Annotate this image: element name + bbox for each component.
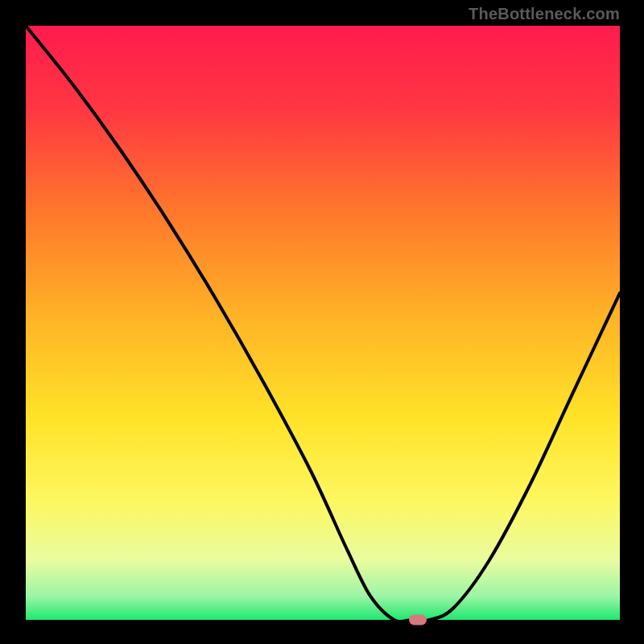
watermark-text: TheBottleneck.com bbox=[469, 5, 620, 23]
chart-frame: TheBottleneck.com bbox=[0, 0, 644, 644]
bottleneck-curve bbox=[26, 26, 620, 620]
optimum-marker bbox=[409, 615, 427, 625]
curve-svg bbox=[26, 26, 620, 620]
plot-area bbox=[26, 26, 620, 620]
